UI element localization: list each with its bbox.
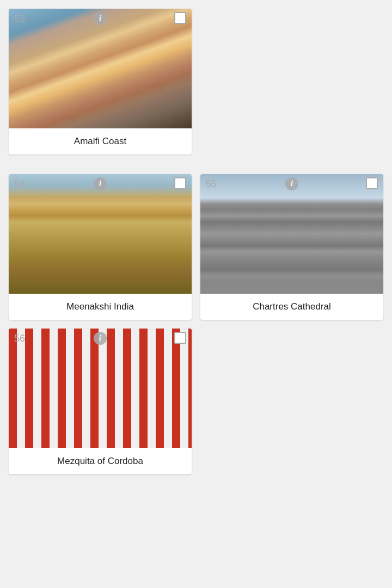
info-icon-53[interactable]: i	[94, 12, 107, 25]
card-56[interactable]: 56 i Mezquita of Cordoba	[9, 329, 192, 474]
checkbox-56[interactable]	[174, 332, 186, 344]
checkbox-54[interactable]	[174, 177, 186, 189]
card-title-53: Amalfi Coast	[9, 128, 192, 154]
checkbox-53[interactable]	[174, 12, 186, 24]
card-header-55: 55 i	[200, 174, 383, 294]
card-number-55: 55	[206, 178, 217, 190]
checkbox-55[interactable]	[366, 177, 378, 189]
card-header-56: 56 i	[9, 329, 192, 448]
card-image-56	[9, 329, 192, 448]
card-55[interactable]: 55 i Chartres Cathedral	[200, 174, 383, 320]
info-circle-54[interactable]: i	[94, 177, 107, 190]
card-title-55: Chartres Cathedral	[200, 294, 383, 320]
row-divider	[9, 163, 383, 165]
info-circle-53[interactable]: i	[94, 12, 107, 25]
card-title-56: Mezquita of Cordoba	[9, 448, 192, 474]
info-icon-56[interactable]: i	[94, 332, 107, 345]
card-number-56: 56	[14, 333, 25, 344]
card-image-55	[200, 174, 383, 294]
info-icon-55[interactable]: i	[285, 177, 298, 190]
card-number-54: 54	[14, 178, 25, 190]
card-54[interactable]: 54 i Meenakshi India	[9, 174, 192, 320]
card-image-53	[9, 9, 192, 128]
card-header-54: 54 i	[9, 174, 192, 294]
card-header-53: 53 i	[9, 9, 192, 128]
info-circle-55[interactable]: i	[285, 177, 298, 190]
card-title-54: Meenakshi India	[9, 294, 192, 320]
info-icon-54[interactable]: i	[94, 177, 107, 190]
card-grid: 53 i Amalfi Coast 54 i Meenakshi India 5…	[0, 0, 392, 483]
card-image-54	[9, 174, 192, 294]
card-53[interactable]: 53 i Amalfi Coast	[9, 9, 192, 154]
info-circle-56[interactable]: i	[94, 332, 107, 345]
card-number-53: 53	[14, 13, 25, 24]
